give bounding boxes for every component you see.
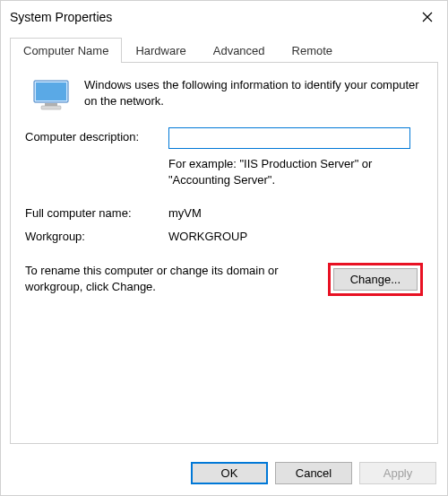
change-button-highlight: Change... <box>328 263 423 296</box>
cancel-button[interactable]: Cancel <box>275 462 352 484</box>
tab-strip: Computer Name Hardware Advanced Remote <box>10 37 438 62</box>
workgroup-row: Workgroup: WORKGROUP <box>25 227 423 243</box>
fullname-row: Full computer name: myVM <box>25 204 423 220</box>
svg-rect-1 <box>36 83 66 100</box>
window-title: System Properties <box>10 10 112 24</box>
tab-remote[interactable]: Remote <box>279 38 347 63</box>
svg-rect-3 <box>41 106 61 109</box>
description-row: Computer description: <box>25 127 423 149</box>
change-button[interactable]: Change... <box>333 268 418 291</box>
close-icon <box>422 12 433 22</box>
rename-row: To rename this computer or change its do… <box>25 263 423 296</box>
description-input[interactable] <box>168 127 410 149</box>
workgroup-value: WORKGROUP <box>168 227 247 243</box>
intro-text: Windows uses the following information t… <box>84 77 423 111</box>
ok-button[interactable]: OK <box>191 462 268 484</box>
tab-hardware[interactable]: Hardware <box>122 38 199 63</box>
description-label: Computer description: <box>25 127 168 144</box>
rename-text: To rename this computer or change its do… <box>25 263 314 294</box>
description-example: For example: "IIS Production Server" or … <box>168 156 423 187</box>
titlebar: System Properties <box>1 1 447 33</box>
close-button[interactable] <box>418 8 436 26</box>
svg-rect-2 <box>45 103 57 106</box>
tab-advanced[interactable]: Advanced <box>200 38 279 63</box>
fullname-label: Full computer name: <box>25 204 168 220</box>
apply-button[interactable]: Apply <box>359 462 436 484</box>
tab-panel: Windows uses the following information t… <box>10 62 438 444</box>
fullname-value: myVM <box>168 204 202 220</box>
computer-icon <box>30 79 72 111</box>
system-properties-window: System Properties Computer Name Hardware… <box>0 0 448 496</box>
intro-row: Windows uses the following information t… <box>25 77 423 111</box>
workgroup-label: Workgroup: <box>25 227 168 243</box>
dialog-footer: OK Cancel Apply <box>1 453 447 495</box>
tab-computer-name[interactable]: Computer Name <box>10 38 122 63</box>
